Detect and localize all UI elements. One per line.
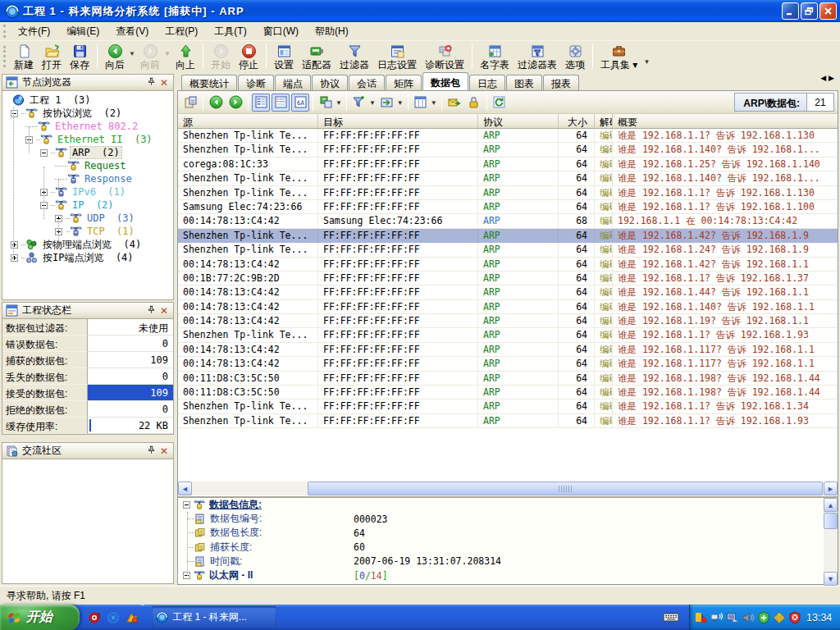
packet-toolbar-prev-packet-button[interactable]: [207, 94, 225, 112]
quicklaunch-ie-icon[interactable]: [107, 611, 120, 624]
expand-icon[interactable]: [11, 254, 18, 262]
packet-row[interactable]: Shenzhen Tp-link Te...FF:FF:FF:FF:FF:FFA…: [178, 186, 838, 200]
packet-toolbar-column-button[interactable]: [412, 94, 430, 112]
dropdown-arrow[interactable]: ▼: [369, 99, 376, 107]
toolbar-button-log-settings[interactable]: 日志设置: [374, 43, 420, 71]
tree-item-label[interactable]: TCP (1): [85, 226, 136, 237]
tree-item-label[interactable]: Request: [83, 160, 128, 171]
menu-item-3[interactable]: 查看(V): [107, 23, 157, 39]
toolbar-button-new-document[interactable]: 新建: [11, 43, 37, 71]
column-header-1[interactable]: 源: [178, 114, 318, 128]
tree-item[interactable]: Request: [2, 159, 173, 172]
packet-row[interactable]: 00:14:78:13:C4:42FF:FF:FF:FF:FF:FFARP64编…: [178, 258, 838, 272]
packet-row[interactable]: 00:14:78:13:C4:42FF:FF:FF:FF:FF:FFARP64编…: [178, 314, 838, 328]
tree-item-label[interactable]: 按物理端点浏览 (4): [41, 238, 143, 252]
menu-item-5[interactable]: 工具(T): [206, 23, 254, 39]
toolbar-button-up[interactable]: 向上: [172, 43, 199, 71]
packet-row[interactable]: Shenzhen Tp-link Te...FF:FF:FF:FF:FF:FFA…: [178, 399, 838, 413]
dropdown-arrow[interactable]: ▼: [336, 99, 342, 107]
tree-item-label[interactable]: IP (2): [71, 199, 116, 211]
menu-item-2[interactable]: 编辑(E): [58, 23, 107, 39]
close-panel-icon[interactable]: ✕: [158, 77, 170, 89]
tree-item[interactable]: UDP (3): [2, 212, 173, 225]
packet-toolbar-lock-button[interactable]: [465, 94, 483, 112]
packet-toolbar-refresh-button[interactable]: [491, 94, 509, 112]
tray-display-icon[interactable]: [726, 611, 739, 624]
expand-icon[interactable]: [11, 241, 18, 249]
tree-item[interactable]: IPv6 (1): [2, 185, 173, 199]
toolbar-button-stop-capture[interactable]: 停止: [235, 43, 262, 71]
toolbar-button-diagnosis-settings[interactable]: 诊断设置: [422, 43, 468, 71]
input-method-icon[interactable]: [663, 610, 679, 623]
toolbar-dropdown-arrow[interactable]: ▼: [129, 50, 136, 57]
packet-row[interactable]: 00:14:78:13:C4:42Samsung Elec:74:23:66AR…: [178, 214, 838, 228]
packet-row[interactable]: Shenzhen Tp-link Te...FF:FF:FF:FF:FF:FFA…: [178, 143, 838, 157]
detail-row[interactable]: 数据包编号:000023: [178, 512, 838, 526]
toolbar-button-filter-table[interactable]: 过滤器表: [514, 43, 560, 71]
packet-row[interactable]: 00:1B:77:2C:9B:2DFF:FF:FF:FF:FF:FFARP64编…: [178, 272, 838, 285]
toolbar-button-settings[interactable]: 设置: [271, 43, 297, 71]
toolbar-button-open-folder[interactable]: 打开: [39, 43, 65, 71]
tab-2[interactable]: 诊断: [238, 75, 274, 90]
tab-1[interactable]: 概要统计: [181, 75, 237, 90]
packet-toolbar-packet-filter-button[interactable]: [350, 94, 368, 112]
packet-toolbar-view-hex-button[interactable]: 6A: [291, 94, 309, 112]
close-button[interactable]: [819, 2, 837, 20]
tree-item-label[interactable]: Ethernet 802.2: [53, 121, 139, 132]
tray-gold-icon[interactable]: [773, 611, 786, 624]
close-panel-icon[interactable]: ✕: [158, 445, 170, 457]
minimize-button[interactable]: [782, 2, 799, 20]
tab-10[interactable]: 报表: [543, 75, 579, 90]
menu-item-4[interactable]: 工程(P): [157, 23, 206, 39]
tab-8[interactable]: 日志: [469, 75, 505, 90]
scroll-left-icon[interactable]: ◄: [178, 482, 192, 495]
detail-row[interactable]: 数据包长度:64: [178, 526, 838, 540]
tray-network-icon[interactable]: [710, 611, 724, 624]
toolbar-overflow-chevron[interactable]: ▾: [645, 57, 649, 66]
tray-shield-red-icon[interactable]: [788, 611, 801, 624]
packet-row[interactable]: Shenzhen Tp-link Te...FF:FF:FF:FF:FF:FFA…: [178, 171, 838, 185]
pin-icon[interactable]: [145, 445, 157, 456]
tree-item[interactable]: IP (2): [2, 199, 173, 212]
menu-item-1[interactable]: 文件(F): [10, 23, 58, 39]
detail-row[interactable]: 数据包信息:: [178, 498, 838, 512]
packet-row[interactable]: 00:11:D8:C3:5C:50FF:FF:FF:FF:FF:FFARP64编…: [178, 386, 838, 399]
tree-item-label[interactable]: 按协议浏览 (2): [41, 107, 123, 121]
toolbar-button-toolset[interactable]: 工具集 ▾: [597, 43, 641, 71]
tab-3[interactable]: 端点: [275, 75, 311, 90]
packet-toolbar-next-packet-button[interactable]: [226, 94, 244, 112]
toolbar-button-options[interactable]: 选项: [562, 43, 588, 71]
toolbar-button-name-table[interactable]: 名字表: [477, 43, 513, 71]
tab-5[interactable]: 会话: [349, 75, 385, 90]
column-header-4[interactable]: 大小: [559, 114, 595, 128]
scroll-right-icon[interactable]: ►: [824, 482, 838, 495]
detail-row[interactable]: 捕获长度:60: [178, 541, 838, 555]
column-header-6[interactable]: 概要: [613, 114, 838, 128]
tree-item[interactable]: 工程 1 (3): [2, 94, 173, 107]
packet-row[interactable]: Shenzhen Tp-link Te...FF:FF:FF:FF:FF:FFA…: [178, 328, 838, 342]
tree-item-label[interactable]: 工程 1 (3): [28, 94, 93, 107]
quick-launch-chevron-icon[interactable]: »: [140, 598, 145, 630]
menu-item-7[interactable]: 帮助(H): [307, 23, 357, 39]
tab-scroll-arrows[interactable]: ◀▶: [820, 74, 837, 82]
horizontal-scrollbar[interactable]: ◄ ►: [178, 482, 838, 495]
start-button[interactable]: 开始: [0, 605, 80, 630]
packet-toolbar-export-packet-button[interactable]: [181, 94, 199, 112]
packet-row[interactable]: Shenzhen Tp-link Te...FF:FF:FF:FF:FF:FFA…: [178, 129, 838, 143]
tree-item-label[interactable]: 按IP端点浏览 (4): [41, 251, 135, 265]
tab-6[interactable]: 矩阵: [386, 75, 422, 90]
restore-button[interactable]: [801, 2, 818, 20]
tree-item[interactable]: TCP (1): [2, 225, 173, 238]
detail-row[interactable]: 以太网 - II[0/14]: [178, 568, 838, 582]
packet-row[interactable]: 00:11:D8:C3:5C:50FF:FF:FF:FF:FF:FFARP64编…: [178, 372, 838, 386]
toolbar-button-back[interactable]: 向后: [102, 43, 128, 71]
tree-item-label[interactable]: UDP (3): [85, 212, 136, 224]
packet-row[interactable]: Samsung Elec:74:23:66FF:FF:FF:FF:FF:FFAR…: [178, 200, 838, 214]
close-panel-icon[interactable]: ✕: [158, 305, 170, 317]
tree-item-label[interactable]: IPv6 (1): [71, 186, 127, 198]
packet-row[interactable]: Shenzhen Tp-link Te...FF:FF:FF:FF:FF:FFA…: [178, 243, 838, 257]
packet-row[interactable]: 00:14:78:13:C4:42FF:FF:FF:FF:FF:FFARP64编…: [178, 285, 838, 299]
packet-row[interactable]: 00:14:78:13:C4:42FF:FF:FF:FF:FF:FFARP64编…: [178, 300, 838, 314]
tray-colasoft-icon[interactable]: [695, 611, 708, 624]
dropdown-arrow[interactable]: ▼: [397, 99, 404, 107]
